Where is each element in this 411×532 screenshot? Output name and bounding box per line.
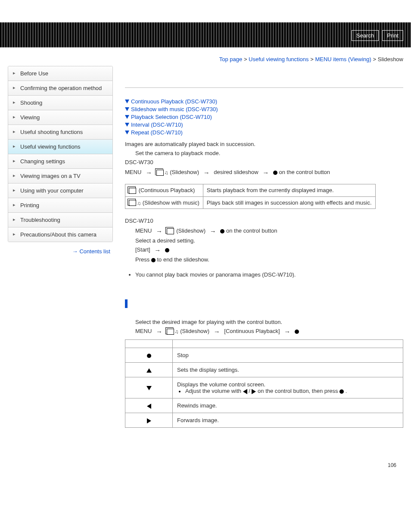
cell-desc: Sets the display settings. (173, 363, 403, 377)
breadcrumb-current: Slideshow (378, 56, 403, 62)
th-desc (173, 340, 403, 348)
center-button-icon (295, 330, 299, 334)
arrow-icon: → (156, 328, 162, 335)
table-controls: Stop Sets the display settings. Displays… (125, 339, 403, 428)
music-note-icon: ♫ (175, 329, 179, 335)
arrow-icon: → (156, 227, 162, 235)
flow-730: MENU → ♫ (Slideshow) → desired slideshow… (125, 169, 403, 176)
table-row: Displays the volume control screen. Adju… (125, 377, 403, 398)
cp-intro: Select the desired image for playing wit… (135, 319, 403, 325)
center-button-icon (151, 258, 156, 262)
sidebar-item-printing[interactable]: Printing (8, 198, 112, 213)
cell-desc: Stop (173, 348, 403, 363)
sidebar-item-computer[interactable]: Using with your computer (8, 184, 112, 198)
cell-label: (Continuous Playback) (139, 187, 195, 193)
th-button (125, 340, 173, 348)
cell-label: (Slideshow with music) (143, 199, 199, 206)
table-730-options: (Continuous Playback) Starts playback fr… (125, 184, 376, 209)
notes: You cannot play back movies or panorama … (135, 271, 403, 278)
breadcrumb-2[interactable]: MENU items (Viewing) (315, 56, 371, 62)
print-button[interactable]: Print (382, 30, 403, 41)
step-710-b: Select a desired setting. (135, 237, 403, 244)
cp-flow: MENU → ♫ (Slideshow) → [Continuous Playb… (135, 328, 403, 335)
model-730: DSC-W730 (125, 159, 403, 165)
anchor-links: Continuous Playback (DSC-W730) Slideshow… (125, 98, 403, 136)
sidebar-item-precautions[interactable]: Precautions/About this camera (8, 227, 112, 242)
breadcrumb-top[interactable]: Top page (219, 56, 243, 62)
table-row: Stop (125, 348, 403, 363)
sidebar-nav: Before Use Confirming the operation meth… (8, 66, 113, 242)
anchor-playback-selection-710[interactable]: Playback Selection (DSC-W710) (131, 114, 403, 120)
arrow-icon: → (284, 328, 290, 335)
down-icon (146, 386, 152, 390)
arrow-icon: → (210, 227, 216, 235)
flow-710: MENU → (Slideshow) → on the control butt… (135, 227, 403, 235)
center-button-icon (339, 389, 344, 394)
table-row: (Continuous Playback) Starts playback fr… (125, 184, 376, 197)
center-button-icon (165, 248, 169, 252)
header-hatch: Search Print (0, 22, 411, 47)
table-row: ♫ (Slideshow with music) Plays back stil… (125, 196, 376, 209)
breadcrumb-1[interactable]: Useful viewing functions (249, 56, 308, 62)
anchor-interval-710[interactable]: Interval (DSC-W710) (131, 121, 403, 128)
center-button-icon (147, 354, 151, 358)
table-header-row (125, 340, 403, 348)
arrow-icon: → (203, 169, 210, 176)
arrow-icon: → (154, 246, 161, 254)
anchor-repeat-710[interactable]: Repeat (DSC-W710) (131, 129, 403, 136)
cell-desc: Forwards image. (173, 413, 403, 428)
sidebar-item-changing-settings[interactable]: Changing settings (8, 154, 112, 169)
anchor-slideshow-music-730[interactable]: Slideshow with music (DSC-W730) (131, 106, 403, 112)
step-710-d: Press to end the slideshow. (135, 256, 403, 263)
slideshow-icon (167, 329, 174, 335)
music-note-icon: ♫ (137, 200, 141, 206)
right-icon (252, 389, 256, 394)
up-icon (146, 368, 152, 373)
center-button-icon (273, 171, 277, 175)
slideshow-icon (129, 188, 136, 194)
music-note-icon: ♫ (165, 170, 168, 176)
model-710: DSC-W710 (125, 218, 403, 224)
section-bar (125, 299, 128, 308)
arrow-icon: → (262, 169, 269, 176)
anchor-cont-playback-730[interactable]: Continuous Playback (DSC-W730) (131, 98, 403, 105)
right-icon (147, 418, 151, 423)
table-row: Rewinds image. (125, 398, 403, 413)
slideshow-icon (156, 170, 164, 176)
sidebar-item-viewing[interactable]: Viewing (8, 110, 112, 125)
arrow-icon: → (214, 328, 220, 335)
sidebar-item-tv[interactable]: Viewing images on a TV (8, 169, 112, 184)
center-button-icon (220, 229, 224, 233)
note-item: You cannot play back movies or panorama … (135, 271, 403, 278)
intro-text: Images are automatically played back in … (125, 141, 403, 147)
step-1: Set the camera to playback mode. (135, 150, 403, 156)
sidebar-item-confirming[interactable]: Confirming the operation method (8, 81, 112, 96)
cell-desc: Rewinds image. (173, 398, 403, 413)
breadcrumb: Top page > Useful viewing functions > ME… (0, 47, 411, 66)
slideshow-icon (129, 200, 136, 206)
bullet-icon (179, 391, 181, 392)
sidebar-item-shooting-funcs[interactable]: Useful shooting functions (8, 125, 112, 140)
arrow-icon: → (72, 248, 78, 255)
sidebar-item-before-use[interactable]: Before Use (8, 66, 112, 81)
page-number: 106 (0, 454, 411, 481)
sidebar-item-troubleshooting[interactable]: Troubleshooting (8, 213, 112, 227)
left-icon (243, 389, 247, 394)
contents-list-link[interactable]: Contents list (79, 248, 110, 255)
sidebar-item-shooting[interactable]: Shooting (8, 96, 112, 110)
cell-desc: Plays back still images in succession al… (203, 196, 375, 209)
cell-desc: Starts playback from the currently displ… (203, 184, 375, 197)
cell-desc: Displays the volume control screen. Adju… (173, 377, 403, 398)
step-710-c: [Start] → (135, 246, 403, 254)
slideshow-icon (167, 228, 174, 234)
table-row: Forwards image. (125, 413, 403, 428)
arrow-icon: → (146, 169, 152, 176)
sidebar-item-viewing-funcs[interactable]: Useful viewing functions (8, 140, 112, 154)
left-icon (147, 404, 151, 409)
search-button[interactable]: Search (352, 30, 379, 41)
table-row: Sets the display settings. (125, 363, 403, 377)
